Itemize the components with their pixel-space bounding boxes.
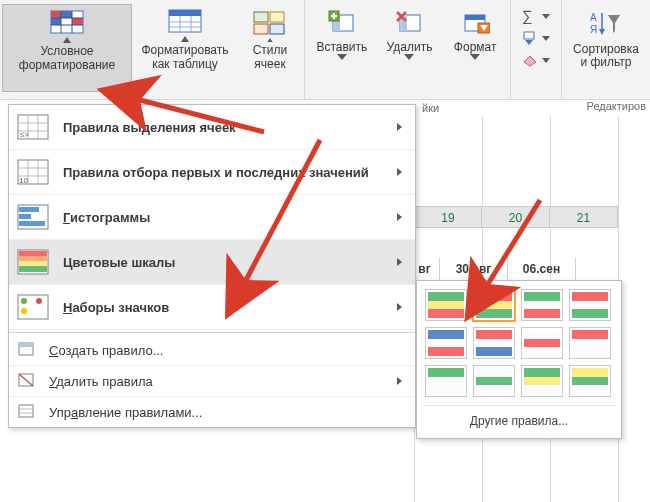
svg-text:А: А bbox=[590, 12, 597, 23]
color-scale-swatch-grid bbox=[423, 287, 615, 399]
sort-filter-button[interactable]: А Я Сортировка и фильтр bbox=[564, 7, 648, 95]
color-scale-swatch[interactable] bbox=[569, 289, 611, 321]
icon-sets-icon bbox=[17, 293, 51, 321]
top-bottom-icon: 10 bbox=[17, 158, 51, 186]
column-header[interactable]: 21 bbox=[550, 206, 618, 228]
svg-rect-20 bbox=[270, 24, 284, 34]
column-header[interactable]: 20 bbox=[482, 206, 550, 228]
column-header[interactable]: 19 bbox=[414, 206, 482, 228]
conditional-formatting-button[interactable]: Условное форматирование bbox=[2, 4, 132, 92]
data-bars-icon bbox=[17, 203, 51, 231]
svg-marker-38 bbox=[542, 14, 550, 19]
autosum-button[interactable]: ∑ bbox=[522, 8, 550, 24]
color-scale-swatch[interactable] bbox=[521, 327, 563, 359]
group-label-cells-fragment: йки bbox=[418, 100, 443, 116]
color-scale-swatch[interactable] bbox=[521, 365, 563, 397]
more-rules-link[interactable]: Другие правила... bbox=[423, 405, 615, 432]
chevron-down-icon bbox=[337, 54, 347, 60]
cell-styles-button[interactable]: Стили ячеек bbox=[238, 4, 302, 92]
menu-data-bars[interactable]: Гистограммы bbox=[9, 195, 415, 240]
cell-styles-icon bbox=[252, 6, 288, 42]
format-table-icon bbox=[167, 6, 203, 42]
fill-down-icon bbox=[522, 30, 538, 46]
fill-button[interactable] bbox=[522, 30, 550, 46]
svg-marker-9 bbox=[63, 37, 71, 43]
sort-filter-icon: А Я bbox=[590, 9, 622, 41]
svg-text:≤>: ≤> bbox=[20, 130, 29, 139]
svg-rect-62 bbox=[19, 214, 31, 219]
color-scale-swatch[interactable] bbox=[425, 365, 467, 397]
new-rule-icon bbox=[17, 341, 37, 359]
menu-clear-rules[interactable]: Удалить правила bbox=[9, 366, 415, 397]
color-scale-swatch[interactable] bbox=[569, 327, 611, 359]
color-scale-swatch[interactable] bbox=[425, 327, 467, 359]
menu-highlight-cells[interactable]: ≤> Правила выделения ячеек bbox=[9, 105, 415, 150]
svg-rect-11 bbox=[169, 10, 201, 16]
format-button[interactable]: Формат bbox=[442, 7, 508, 95]
menu-color-scales[interactable]: Цветовые шкалы bbox=[9, 240, 415, 285]
sigma-icon: ∑ bbox=[522, 8, 538, 24]
menu-top-bottom[interactable]: 10 Правила отбора первых и последних зна… bbox=[9, 150, 415, 195]
ribbon-group-editing-mini: ∑ bbox=[511, 0, 562, 99]
color-scale-swatch[interactable] bbox=[521, 289, 563, 321]
svg-marker-41 bbox=[542, 36, 550, 41]
color-scale-swatch[interactable] bbox=[473, 289, 515, 321]
svg-rect-61 bbox=[19, 207, 39, 212]
svg-rect-19 bbox=[254, 24, 268, 34]
color-scale-swatch[interactable] bbox=[425, 289, 467, 321]
svg-marker-40 bbox=[525, 40, 533, 45]
svg-text:Я: Я bbox=[590, 24, 597, 35]
chevron-down-icon bbox=[542, 36, 550, 41]
format-as-table-button[interactable]: Форматировать как таблицу bbox=[132, 4, 238, 92]
manage-rules-icon bbox=[17, 403, 37, 421]
svg-point-72 bbox=[36, 298, 42, 304]
svg-point-71 bbox=[21, 308, 27, 314]
menu-new-rule[interactable]: Создать правило... bbox=[9, 335, 415, 366]
clear-rules-icon bbox=[17, 372, 37, 390]
svg-rect-66 bbox=[19, 256, 47, 261]
date-cell: 06.сен bbox=[508, 258, 576, 280]
insert-button[interactable]: Вставить bbox=[307, 7, 377, 95]
format-table-label: Форматировать как таблицу bbox=[141, 44, 228, 72]
menu-label: Управление правилами... bbox=[49, 405, 202, 420]
svg-rect-74 bbox=[19, 343, 33, 347]
svg-point-70 bbox=[21, 298, 27, 304]
svg-rect-68 bbox=[19, 266, 47, 272]
svg-rect-4 bbox=[72, 18, 83, 25]
submenu-arrow-icon bbox=[397, 377, 405, 385]
color-scale-swatch[interactable] bbox=[569, 365, 611, 397]
sort-filter-label: Сортировка и фильтр bbox=[573, 43, 639, 71]
menu-label: Правила отбора первых и последних значен… bbox=[63, 165, 369, 180]
submenu-arrow-icon bbox=[397, 258, 405, 266]
format-icon bbox=[460, 9, 490, 39]
menu-label: Гистограммы bbox=[63, 210, 150, 225]
svg-rect-63 bbox=[19, 221, 45, 226]
color-scales-flyout: Другие правила... bbox=[416, 280, 622, 439]
format-label: Формат bbox=[454, 41, 497, 55]
submenu-arrow-icon bbox=[397, 303, 405, 311]
color-scale-swatch[interactable] bbox=[473, 365, 515, 397]
svg-marker-32 bbox=[404, 54, 414, 60]
insert-label: Вставить bbox=[316, 41, 367, 55]
delete-label: Удалить bbox=[387, 41, 433, 55]
svg-marker-43 bbox=[542, 58, 550, 63]
insert-icon bbox=[327, 9, 357, 39]
color-scales-icon bbox=[17, 248, 51, 276]
eraser-icon bbox=[522, 52, 538, 68]
svg-rect-67 bbox=[19, 261, 47, 266]
group-label-editing: Редактиров bbox=[587, 100, 646, 112]
svg-rect-18 bbox=[270, 12, 284, 22]
clear-button[interactable] bbox=[522, 52, 550, 68]
svg-marker-42 bbox=[524, 56, 536, 66]
chevron-down-icon bbox=[470, 54, 480, 60]
menu-manage-rules[interactable]: Управление правилами... bbox=[9, 397, 415, 427]
color-scale-swatch[interactable] bbox=[473, 327, 515, 359]
chevron-down-icon bbox=[404, 54, 414, 60]
column-headers: 19 20 21 bbox=[414, 206, 618, 228]
ribbon-group-sort: А Я Сортировка и фильтр bbox=[562, 0, 650, 99]
delete-button[interactable]: Удалить bbox=[377, 7, 443, 95]
delete-icon bbox=[394, 9, 424, 39]
menu-icon-sets[interactable]: Наборы значков bbox=[9, 285, 415, 330]
menu-separator bbox=[9, 332, 415, 333]
svg-marker-16 bbox=[181, 36, 189, 42]
